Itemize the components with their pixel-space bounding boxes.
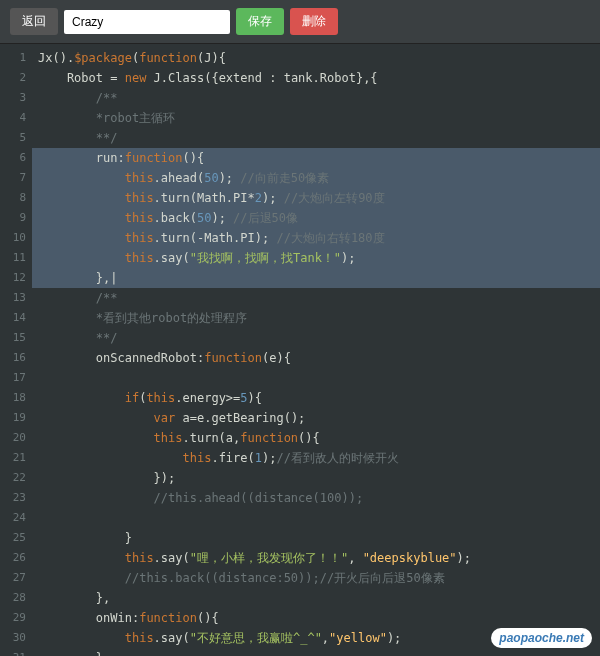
line-number: 22 (0, 468, 26, 488)
line-gutter: 1234567891011121314151617181920212223242… (0, 44, 32, 656)
line-number: 11 (0, 248, 26, 268)
line-number: 5 (0, 128, 26, 148)
line-number: 13 (0, 288, 26, 308)
line-number: 10 (0, 228, 26, 248)
code-line[interactable]: this.say("哩，小样，我发现你了！！", "deepskyblue"); (38, 548, 594, 568)
line-number: 31 (0, 648, 26, 656)
line-number: 23 (0, 488, 26, 508)
line-number: 28 (0, 588, 26, 608)
line-number: 26 (0, 548, 26, 568)
code-line[interactable]: Jx().$package(function(J){ (38, 48, 594, 68)
back-button[interactable]: 返回 (10, 8, 58, 35)
line-number: 1 (0, 48, 26, 68)
line-number: 18 (0, 388, 26, 408)
code-line[interactable]: this.turn(a,function(){ (38, 428, 594, 448)
code-line[interactable]: **/ (38, 128, 594, 148)
code-line[interactable]: onWin:function(){ (38, 608, 594, 628)
code-line[interactable]: }, (38, 588, 594, 608)
code-line[interactable]: *robot主循环 (38, 108, 594, 128)
line-number: 21 (0, 448, 26, 468)
code-line[interactable]: this.back(50); //后退50像 (32, 208, 600, 228)
line-number: 27 (0, 568, 26, 588)
line-number: 15 (0, 328, 26, 348)
watermark: paopaoche.net (491, 628, 592, 648)
save-button[interactable]: 保存 (236, 8, 284, 35)
line-number: 3 (0, 88, 26, 108)
line-number: 25 (0, 528, 26, 548)
code-line[interactable]: this.say("我找啊，找啊，找Tank！"); (32, 248, 600, 268)
line-number: 14 (0, 308, 26, 328)
code-line[interactable]: *看到其他robot的处理程序 (38, 308, 594, 328)
line-number: 4 (0, 108, 26, 128)
code-line[interactable]: this.fire(1);//看到敌人的时候开火 (38, 448, 594, 468)
code-line[interactable] (38, 368, 594, 388)
code-line[interactable]: } (38, 528, 594, 548)
line-number: 8 (0, 188, 26, 208)
line-number: 17 (0, 368, 26, 388)
line-number: 6 (0, 148, 26, 168)
code-line[interactable]: //this.back((distance:50));//开火后向后退50像素 (38, 568, 594, 588)
code-line[interactable]: onScannedRobot:function(e){ (38, 348, 594, 368)
code-line[interactable]: Robot = new J.Class({extend : tank.Robot… (38, 68, 594, 88)
code-line[interactable]: this.turn(-Math.PI); //大炮向右转180度 (32, 228, 600, 248)
code-line[interactable]: /** (38, 88, 594, 108)
code-line[interactable]: }, (38, 648, 594, 656)
line-number: 19 (0, 408, 26, 428)
line-number: 2 (0, 68, 26, 88)
code-line[interactable]: }); (38, 468, 594, 488)
code-line[interactable]: **/ (38, 328, 594, 348)
line-number: 24 (0, 508, 26, 528)
line-number: 9 (0, 208, 26, 228)
code-line[interactable]: if(this.energy>=5){ (38, 388, 594, 408)
line-number: 7 (0, 168, 26, 188)
line-number: 30 (0, 628, 26, 648)
code-line[interactable]: var a=e.getBearing(); (38, 408, 594, 428)
code-line[interactable]: },| (32, 268, 600, 288)
robot-name-input[interactable] (64, 10, 230, 34)
code-line[interactable]: run:function(){ (32, 148, 600, 168)
line-number: 16 (0, 348, 26, 368)
toolbar: 返回 保存 删除 (0, 0, 600, 44)
line-number: 29 (0, 608, 26, 628)
line-number: 20 (0, 428, 26, 448)
code-line[interactable] (38, 508, 594, 528)
line-number: 12 (0, 268, 26, 288)
code-editor[interactable]: 1234567891011121314151617181920212223242… (0, 44, 600, 656)
delete-button[interactable]: 删除 (290, 8, 338, 35)
code-line[interactable]: //this.ahead((distance(100)); (38, 488, 594, 508)
code-line[interactable]: this.turn(Math.PI*2); //大炮向左转90度 (32, 188, 600, 208)
code-area[interactable]: Jx().$package(function(J){ Robot = new J… (32, 44, 600, 656)
code-line[interactable]: this.ahead(50); //向前走50像素 (32, 168, 600, 188)
code-line[interactable]: /** (38, 288, 594, 308)
